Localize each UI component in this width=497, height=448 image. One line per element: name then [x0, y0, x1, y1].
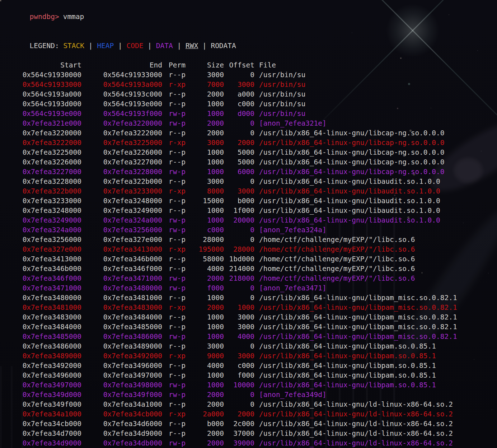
col-header-start: Start — [0, 60, 81, 70]
cell-offset: 2c000 — [224, 419, 254, 429]
cell-file: /usr/lib/x86_64-linux-gnu/ld-linux-x86-6… — [254, 419, 497, 429]
cell-size: 28000 — [186, 235, 224, 244]
cell-perm: r--p — [162, 341, 186, 351]
cell-size: 2a000 — [186, 409, 224, 419]
cell-start: 0x7efea3486000 — [0, 341, 81, 351]
cell-offset: 3000 — [224, 80, 254, 89]
table-row: 0x7efea34d9000 0x7efea34db000 rw-p 2000 … — [0, 438, 497, 448]
cell-perm: rw-p — [162, 380, 186, 390]
cell-file: /usr/lib/x86_64-linux-gnu/libcap-ng.so.0… — [254, 138, 497, 148]
cell-offset: c000 — [224, 361, 254, 370]
cell-size: b000 — [186, 419, 224, 429]
table-row: 0x7efea3496000 0x7efea3497000 r--p 1000 … — [0, 370, 497, 380]
cell-start: 0x7efea3497000 — [0, 380, 81, 390]
cell-file: /usr/lib/x86_64-linux-gnu/libpam.so.0.85… — [254, 370, 497, 380]
cell-start: 0x564c9193e000 — [0, 109, 81, 118]
legend-item-data: DATA — [156, 42, 173, 50]
table-row: 0x7efea3471000 0x7efea3480000 rw-p f000 … — [0, 283, 497, 293]
cell-perm: rw-p — [162, 215, 186, 225]
cell-file: /usr/lib/x86_64-linux-gnu/libcap-ng.so.0… — [254, 157, 497, 167]
cell-perm: r--p — [162, 361, 186, 370]
table-row: 0x564c91933000 0x564c9193a000 r-xp 7000 … — [0, 80, 497, 89]
cell-perm: r--p — [162, 99, 186, 109]
cell-size: 3000 — [186, 138, 224, 148]
table-row: 0x7efea3227000 0x7efea3228000 rw-p 1000 … — [0, 167, 497, 177]
cell-end: 0x7efea3226000 — [81, 148, 162, 157]
vmmap-rows: 0x564c91930000 0x564c91933000 r--p 3000 … — [0, 70, 497, 448]
cell-perm: r-xp — [162, 186, 186, 196]
cell-size: f000 — [186, 283, 224, 293]
table-row: 0x7efea3256000 0x7efea327e000 r--p 28000… — [0, 235, 497, 244]
table-row: 0x7efea349f000 0x7efea34a1000 r--p 2000 … — [0, 400, 497, 409]
cell-start: 0x7efea3233000 — [0, 196, 81, 206]
table-row: 0x7efea346f000 0x7efea3471000 rw-p 2000 … — [0, 274, 497, 283]
cell-offset: b000 — [224, 196, 254, 206]
cell-file: /usr/lib/x86_64-linux-gnu/libcap-ng.so.0… — [254, 167, 497, 177]
cell-offset: 20000 — [224, 215, 254, 225]
table-row: 0x7efea3486000 0x7efea3489000 r--p 3000 … — [0, 341, 497, 351]
table-row: 0x7efea324a000 0x7efea3256000 rw-p c000 … — [0, 225, 497, 235]
cell-perm: r--p — [162, 370, 186, 380]
table-row: 0x7efea3249000 0x7efea324a000 rw-p 1000 … — [0, 215, 497, 225]
table-row: 0x7efea3228000 0x7efea322b000 r--p 3000 … — [0, 177, 497, 186]
cell-size: 1000 — [186, 148, 224, 157]
cell-end: 0x7efea34db000 — [81, 438, 162, 448]
cell-perm: r-xp — [162, 351, 186, 361]
cell-offset: 0 — [224, 70, 254, 80]
table-row: 0x7efea327e000 0x7efea3413000 r-xp 19500… — [0, 244, 497, 254]
cell-end: 0x7efea34d6000 — [81, 419, 162, 429]
table-row: 0x7efea3225000 0x7efea3226000 r--p 1000 … — [0, 148, 497, 157]
cell-offset: 0 — [224, 283, 254, 293]
cell-file: /usr/lib/x86_64-linux-gnu/libaudit.so.1.… — [254, 206, 497, 215]
table-row: 0x7efea322b000 0x7efea3233000 r-xp 8000 … — [0, 186, 497, 196]
cell-perm: r--p — [162, 400, 186, 409]
table-row: 0x7efea346b000 0x7efea346f000 r--p 4000 … — [0, 264, 497, 274]
cell-size: 9000 — [186, 351, 224, 361]
cell-size: 1000 — [186, 322, 224, 332]
cell-size: 1000 — [186, 380, 224, 390]
cell-start: 0x7efea3481000 — [0, 303, 81, 312]
cell-offset: 1f000 — [224, 206, 254, 215]
cell-end: 0x7efea3256000 — [81, 225, 162, 235]
cell-start: 0x7efea3222000 — [0, 138, 81, 148]
cell-perm: rw-p — [162, 332, 186, 341]
cell-file: /home/ctf/challenge/myEXP/"/libc.so.6 — [254, 254, 497, 264]
cell-file: /usr/lib/x86_64-linux-gnu/libpam_misc.so… — [254, 312, 497, 322]
table-row: 0x7efea3492000 0x7efea3496000 r--p 4000 … — [0, 361, 497, 370]
cell-file: [anon_7efea3471] — [254, 283, 497, 293]
cell-end: 0x7efea3489000 — [81, 341, 162, 351]
cell-file: [anon_7efea324a] — [254, 225, 497, 235]
cell-end: 0x7efea3413000 — [81, 244, 162, 254]
cell-size: 58000 — [186, 254, 224, 264]
cell-end: 0x7efea3225000 — [81, 138, 162, 148]
cell-end: 0x7efea3492000 — [81, 351, 162, 361]
cell-size: 1000 — [186, 109, 224, 118]
cell-file: /usr/lib/x86_64-linux-gnu/libaudit.so.1.… — [254, 196, 497, 206]
cell-perm: r--p — [162, 293, 186, 303]
terminal-window: pwndbg>vmmap LEGEND: STACK | HEAP | CODE… — [0, 0, 497, 448]
col-header-file: File — [254, 60, 497, 70]
table-row: 0x7efea3481000 0x7efea3483000 r-xp 2000 … — [0, 303, 497, 312]
cell-size: 3000 — [186, 70, 224, 80]
cell-start: 0x564c91933000 — [0, 80, 81, 89]
cell-perm: rw-p — [162, 283, 186, 293]
cell-start: 0x7efea3496000 — [0, 370, 81, 380]
cell-end: 0x7efea3222000 — [81, 128, 162, 138]
cell-perm: r--p — [162, 312, 186, 322]
cell-size: 2000 — [186, 438, 224, 448]
table-row: 0x7efea34a1000 0x7efea34cb000 r-xp 2a000… — [0, 409, 497, 419]
cell-size: 2000 — [186, 400, 224, 409]
cell-size: 8000 — [186, 186, 224, 196]
cell-offset: 0 — [224, 390, 254, 400]
cell-perm: r--p — [162, 429, 186, 438]
legend-label: LEGEND: — [29, 42, 63, 50]
cell-offset: 2000 — [224, 409, 254, 419]
cell-file: /usr/bin/su — [254, 80, 497, 89]
command-line: pwndbg>vmmap — [0, 2, 497, 31]
cell-end: 0x7efea34a1000 — [81, 400, 162, 409]
cell-file: /usr/lib/x86_64-linux-gnu/libaudit.so.1.… — [254, 186, 497, 196]
cell-file: /usr/lib/x86_64-linux-gnu/libpam.so.0.85… — [254, 341, 497, 351]
cell-size: 7000 — [186, 80, 224, 89]
cell-file: /usr/lib/x86_64-linux-gnu/libpam_misc.so… — [254, 332, 497, 341]
cell-size: 4000 — [186, 264, 224, 274]
